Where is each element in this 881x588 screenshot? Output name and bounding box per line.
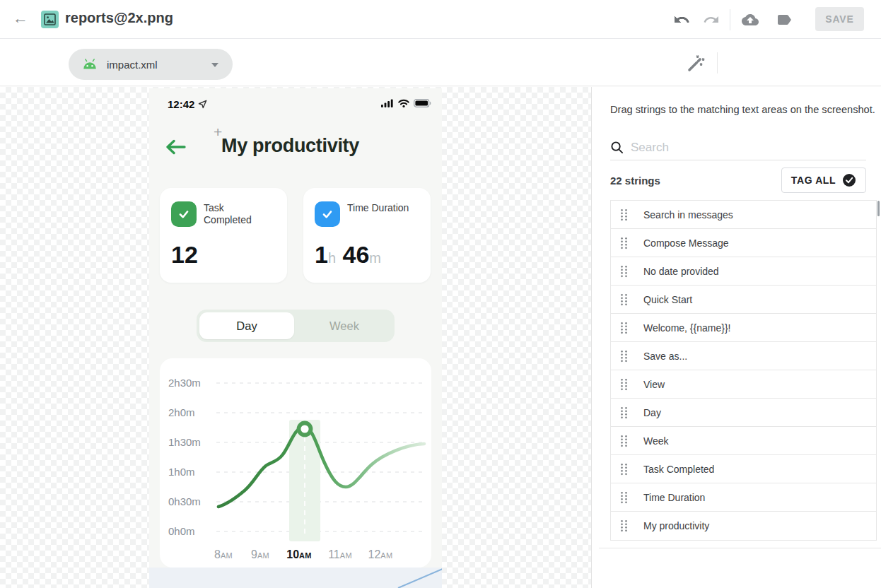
strings-panel: Drag strings to the matching text areas … bbox=[591, 87, 881, 588]
image-file-icon bbox=[41, 11, 59, 28]
string-row[interactable]: Week bbox=[611, 427, 876, 455]
string-row[interactable]: My productivity bbox=[611, 512, 876, 540]
string-label: Save as... bbox=[643, 351, 687, 362]
phone-screenshot[interactable]: 12:42 + bbox=[149, 88, 442, 588]
card-value: 12 bbox=[171, 241, 198, 269]
string-row[interactable]: Save as... bbox=[611, 342, 876, 370]
time-duration-card: Time Duration 1h 46m bbox=[303, 188, 431, 283]
card-value: 1h 46m bbox=[315, 241, 381, 269]
location-arrow-icon bbox=[198, 100, 207, 109]
x-tick: 9AM bbox=[244, 548, 276, 561]
string-row[interactable]: Time Duration bbox=[611, 483, 876, 512]
upload-cloud-icon[interactable] bbox=[742, 11, 759, 28]
status-bar-icons bbox=[381, 99, 431, 107]
status-bar-time: 12:42 bbox=[168, 98, 207, 110]
tag-label-icon[interactable] bbox=[776, 11, 793, 28]
card-label: Task Completed bbox=[204, 202, 274, 226]
panel-divider bbox=[599, 548, 881, 548]
task-completed-card: Task Completed 12 bbox=[160, 188, 287, 283]
string-label: Search in messages bbox=[643, 209, 733, 220]
y-tick: 1h0m bbox=[168, 466, 205, 478]
drag-handle-icon[interactable] bbox=[620, 435, 628, 447]
string-list: Search in messages Compose Message No da… bbox=[610, 200, 877, 541]
y-tick: 1h30m bbox=[168, 436, 205, 448]
x-tick: 8AM bbox=[207, 548, 240, 561]
drag-handle-icon[interactable] bbox=[620, 265, 628, 278]
string-row[interactable]: No date provided bbox=[611, 257, 876, 286]
back-icon[interactable]: ← bbox=[13, 9, 28, 28]
string-label: Day bbox=[643, 407, 661, 418]
screen-title: My productivity bbox=[221, 135, 359, 157]
chart-marker bbox=[299, 423, 311, 435]
toggle-week: Week bbox=[294, 310, 395, 342]
string-label: My productivity bbox=[643, 520, 709, 531]
string-label: Welcome, {{name}}! bbox=[643, 322, 730, 334]
green-check-icon bbox=[171, 201, 197, 227]
drag-handle-icon[interactable] bbox=[620, 491, 628, 504]
x-tick-selected: 10AM bbox=[283, 548, 315, 561]
string-label: View bbox=[643, 379, 665, 390]
string-row[interactable]: Search in messages bbox=[611, 201, 876, 229]
scrollbar[interactable] bbox=[877, 201, 880, 216]
y-tick: 0h30m bbox=[168, 495, 205, 507]
toggle-day: Day bbox=[199, 312, 294, 339]
x-tick: 11AM bbox=[324, 548, 356, 561]
string-label: Quick Start bbox=[643, 294, 692, 305]
magic-wand-icon[interactable] bbox=[686, 54, 706, 74]
save-button[interactable]: SAVE bbox=[815, 7, 864, 31]
undo-icon[interactable] bbox=[673, 11, 690, 28]
app-window: ← reports@2x.png SAVE Filter files: bbox=[0, 0, 881, 588]
string-row[interactable]: Task Completed bbox=[611, 455, 876, 483]
drag-handle-icon[interactable] bbox=[620, 406, 628, 419]
string-row[interactable]: Quick Start bbox=[611, 286, 876, 314]
toolbar-divider bbox=[730, 9, 730, 30]
y-tick: 0h0m bbox=[168, 525, 205, 537]
android-icon bbox=[81, 59, 98, 70]
panel-instruction: Drag strings to the matching text areas … bbox=[610, 104, 875, 115]
battery-icon bbox=[414, 99, 431, 107]
string-row[interactable]: Day bbox=[611, 399, 876, 427]
day-week-toggle: Day Week bbox=[197, 310, 395, 342]
y-tick: 2h0m bbox=[168, 406, 205, 418]
filterbar-divider bbox=[717, 52, 718, 74]
search-input[interactable] bbox=[631, 141, 866, 155]
drag-handle-icon[interactable] bbox=[620, 293, 628, 306]
tag-all-label: TAG ALL bbox=[791, 175, 836, 186]
search-field bbox=[610, 135, 866, 160]
redo-icon[interactable] bbox=[703, 11, 720, 28]
selected-file-label: impact.xml bbox=[107, 59, 158, 71]
string-label: Task Completed bbox=[643, 464, 714, 475]
check-circle-icon bbox=[842, 173, 856, 187]
drag-handle-icon[interactable] bbox=[620, 463, 628, 476]
string-row[interactable]: View bbox=[611, 370, 876, 399]
drag-handle-icon[interactable] bbox=[620, 519, 628, 532]
signal-icon bbox=[381, 99, 394, 107]
search-icon bbox=[610, 141, 624, 154]
y-tick: 2h30m bbox=[168, 377, 205, 389]
wifi-icon bbox=[398, 99, 409, 107]
string-label: Compose Message bbox=[643, 237, 729, 249]
drag-handle-icon[interactable] bbox=[620, 237, 628, 249]
top-header: ← reports@2x.png SAVE bbox=[0, 0, 881, 39]
tag-all-button[interactable]: TAG ALL bbox=[781, 167, 866, 193]
string-row[interactable]: Compose Message bbox=[611, 229, 876, 257]
page-title: reports@2x.png bbox=[65, 10, 173, 26]
drag-handle-icon[interactable] bbox=[620, 350, 628, 363]
drag-handle-icon[interactable] bbox=[620, 322, 628, 334]
string-row[interactable]: Welcome, {{name}}! bbox=[611, 314, 876, 342]
card-label: Time Duration bbox=[347, 202, 418, 214]
string-label: No date provided bbox=[643, 266, 719, 277]
string-label: Week bbox=[643, 435, 669, 447]
chart-line bbox=[218, 427, 424, 507]
drag-handle-icon[interactable] bbox=[620, 378, 628, 391]
screen-back-arrow-icon bbox=[164, 139, 187, 155]
next-section-preview bbox=[149, 568, 442, 588]
string-label: Time Duration bbox=[643, 492, 705, 503]
file-filter-dropdown[interactable]: impact.xml bbox=[69, 49, 233, 80]
strings-count-label: 22 strings bbox=[610, 175, 660, 187]
productivity-chart: 2h30m 2h0m 1h30m 1h0m 0h30m 0h0m 8AM 9AM… bbox=[160, 358, 431, 568]
drag-handle-icon[interactable] bbox=[620, 208, 628, 221]
blue-check-icon bbox=[315, 201, 340, 227]
chevron-down-icon bbox=[211, 63, 218, 67]
filter-bar: Filter files: impact.xml ✕ STRINGS 0 bbox=[0, 40, 881, 86]
